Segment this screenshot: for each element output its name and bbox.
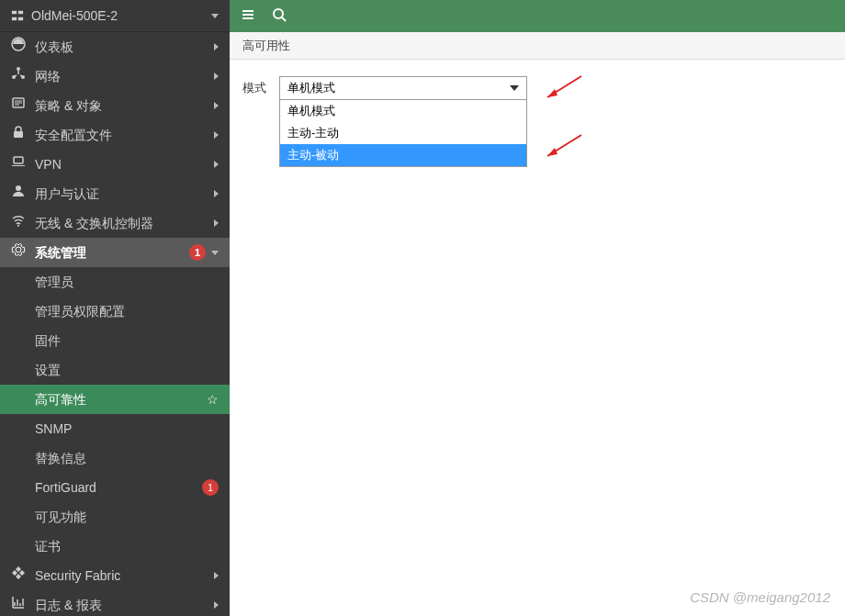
mode-option-active-passive[interactable]: 主动-被动 [280,144,526,166]
chevron-right-icon [214,102,219,109]
policy-icon [11,95,26,110]
sidebar-item-vpn[interactable]: VPN [0,150,230,179]
svg-rect-10 [14,157,23,163]
network-icon [11,66,26,81]
sidebar-item-network[interactable]: 网络 [0,62,230,91]
chevron-right-icon [214,190,219,197]
laptop-icon [11,154,26,169]
sidebar-submenu: 管理员 管理员权限配置 固件 设置 高可靠性☆ SNMP 替换信息 FortiG… [0,267,230,561]
search-icon [272,7,287,22]
badge: 1 [202,479,219,496]
sidebar-item-system[interactable]: 系统管理 1 [0,238,230,267]
page-title: 高可用性 [242,39,290,52]
mode-option-standalone[interactable]: 单机模式 [280,100,526,122]
mode-label: 模式 [242,76,266,96]
sidebar-item-security-fabric[interactable]: Security Fabric [0,561,230,590]
svg-rect-9 [14,131,23,138]
chevron-right-icon [214,161,219,168]
chevron-down-icon [211,14,219,18]
chevron-down-icon [211,251,219,255]
sidebar-item-dashboard[interactable]: 仪表板 [0,32,230,62]
svg-rect-1 [18,11,23,15]
mode-selected-value: 单机模式 [287,80,335,96]
hamburger-icon [241,7,255,22]
sidebar-item-log-report[interactable]: 日志 & 报表 [0,590,230,616]
sub-item-certs[interactable]: 证书 [0,532,230,561]
user-icon [11,184,26,198]
mode-select-button[interactable]: 单机模式 [279,76,527,100]
star-icon: ☆ [207,385,219,414]
sub-item-admin-profile[interactable]: 管理员权限配置 [0,297,230,326]
svg-rect-2 [12,17,17,21]
breadcrumb: 高可用性 [230,32,845,60]
watermark: CSDN @meigang2012 [690,589,830,605]
svg-point-11 [16,185,21,191]
chevron-right-icon [214,73,219,80]
caret-down-icon [510,85,519,91]
mode-option-active-active[interactable]: 主动-主动 [280,122,526,144]
sub-item-admin[interactable]: 管理员 [0,267,230,297]
gear-icon [11,242,26,257]
svg-point-5 [17,67,20,71]
menu-toggle-button[interactable] [241,7,255,26]
dashboard-icon [11,37,26,51]
chart-icon [11,595,26,610]
sidebar-item-wireless[interactable]: 无线 & 交换机控制器 [0,208,230,238]
sidebar-item-user-auth[interactable]: 用户与认证 [0,179,230,208]
sub-item-replace-msg[interactable]: 替换信息 [0,443,230,473]
svg-point-12 [17,225,19,227]
device-name: OldMei-500E-2 [31,0,118,32]
sub-item-fortiguard[interactable]: FortiGuard1 [0,473,230,502]
sub-item-visibility[interactable]: 可见功能 [0,502,230,532]
sub-item-settings[interactable]: 设置 [0,355,230,385]
sidebar-item-security-profile[interactable]: 安全配置文件 [0,120,230,150]
sub-item-ha[interactable]: 高可靠性☆ [0,385,230,414]
sub-item-firmware[interactable]: 固件 [0,326,230,355]
chevron-right-icon [214,219,219,227]
fabric-icon [11,566,26,580]
svg-rect-0 [12,11,17,15]
chevron-right-icon [214,601,219,609]
device-icon [11,9,24,22]
chevron-right-icon [214,43,219,50]
mode-row: 模式 单机模式 单机模式 主动-主动 主动-被动 [242,76,832,100]
sub-item-snmp[interactable]: SNMP [0,414,230,443]
search-button[interactable] [272,7,287,26]
mode-select: 单机模式 单机模式 主动-主动 主动-被动 [279,76,527,100]
sidebar-item-policy[interactable]: 策略 & 对象 [0,91,230,120]
main-area: 高可用性 模式 单机模式 单机模式 主动-主动 主动-被动 [230,0,845,616]
chevron-right-icon [214,572,219,579]
topbar [230,0,845,32]
lock-icon [11,125,26,140]
chevron-right-icon [214,131,219,139]
svg-point-13 [274,9,283,18]
sidebar: OldMei-500E-2 仪表板 网络 策略 & 对象 安全配置文件 VPN … [0,0,230,616]
mode-dropdown: 单机模式 主动-主动 主动-被动 [279,100,527,167]
wifi-icon [11,213,26,228]
badge: 1 [189,244,206,261]
device-selector[interactable]: OldMei-500E-2 [0,0,230,32]
svg-rect-3 [18,17,23,21]
content: 模式 单机模式 单机模式 主动-主动 主动-被动 [230,60,845,117]
